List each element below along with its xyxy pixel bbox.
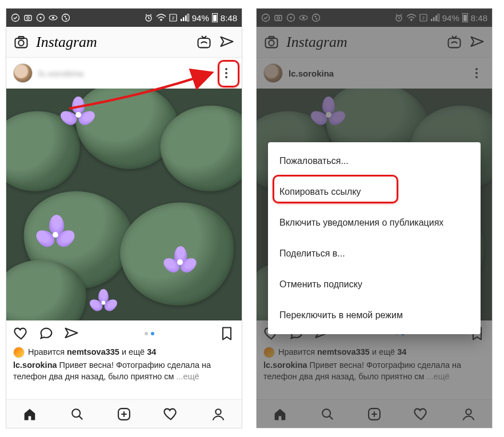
svg-rect-16 [15,38,27,47]
sim-icon: 2 [169,14,177,22]
menu-report[interactable]: Пожаловаться... [268,146,481,177]
carousel-pager [145,332,154,335]
svg-point-6 [52,17,54,19]
svg-point-22 [215,409,221,414]
caption-more[interactable]: ...ещё [177,372,199,381]
svg-point-9 [161,20,162,21]
svg-rect-19 [198,38,210,47]
svg-rect-14 [185,15,187,21]
sync-icon [61,13,70,22]
compass-icon [36,13,45,22]
svg-rect-18 [18,37,23,39]
post-meta: Нравится nemtsova335 и ещё 34 lc.sorokin… [6,347,242,386]
svg-point-0 [12,14,19,22]
avatar[interactable] [13,63,33,83]
svg-point-4 [40,17,42,19]
svg-point-20 [72,409,80,417]
phone-left: 2 94% 8:48 Instagram lc.sorokina [6,8,242,428]
caption: lc.sorokina Привет весна! Фотографию сде… [13,360,235,382]
svg-rect-13 [183,17,185,21]
nav-search[interactable] [69,406,85,422]
app-header: Instagram [6,27,242,58]
post-username[interactable]: lc.sorokina [38,69,83,78]
bottom-nav [6,399,242,428]
svg-point-2 [27,17,29,19]
eye-icon [49,15,58,21]
check-circle-icon [11,13,20,22]
alarm-icon [144,13,153,22]
menu-notifications[interactable]: Включить уведомления о публикациях [268,207,481,238]
menu-mute[interactable]: Переключить в немой режим [268,300,481,331]
nav-profile[interactable] [210,406,226,422]
signal-icon [180,14,189,22]
svg-rect-1 [25,15,31,21]
post-actions [6,320,242,347]
wifi-icon [156,14,166,22]
save-button[interactable] [219,326,235,342]
nav-add[interactable] [116,406,132,422]
svg-text:2: 2 [172,15,175,21]
phone-right: 2 94% 8:48 Instagram lc.sorokina [256,8,493,428]
camera-icon[interactable] [13,34,29,50]
nav-home[interactable] [22,406,38,422]
svg-point-17 [18,40,23,45]
messages-icon[interactable] [219,34,235,50]
svg-point-7 [62,14,70,22]
post-photo[interactable] [6,89,242,320]
like-button[interactable] [13,326,29,342]
liker-avatar [13,347,25,358]
igtv-icon[interactable] [196,34,212,50]
post-header: lc.sorokina [6,58,242,89]
post-more-button[interactable] [218,65,235,82]
camera-status-icon [23,13,33,22]
battery-icon [212,13,218,22]
menu-copy-link[interactable]: Копировать ссылку [268,177,481,207]
nav-activity[interactable] [163,406,179,422]
clock: 8:48 [221,13,237,23]
likes-text[interactable]: Нравится nemtsova335 и ещё 34 [28,347,156,358]
menu-unfollow[interactable]: Отменить подписку [268,269,481,300]
share-button[interactable] [63,326,79,342]
brand-logo: Instagram [36,34,97,51]
more-vertical-icon [225,72,227,74]
comment-button[interactable] [38,326,54,342]
menu-share[interactable]: Поделиться в... [268,238,481,269]
battery-pct: 94% [192,13,209,23]
status-bar: 2 94% 8:48 [6,9,242,27]
post-options-menu: Пожаловаться... Копировать ссылку Включи… [268,142,481,334]
svg-rect-15 [187,14,189,21]
svg-rect-12 [181,19,182,21]
